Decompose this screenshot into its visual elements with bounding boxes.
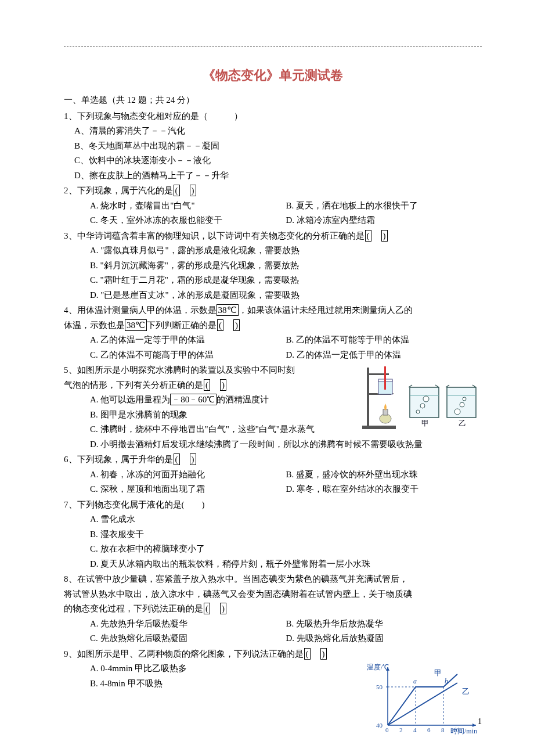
svg-text:8: 8 — [441, 726, 445, 733]
experiment-figure: 甲 乙 — [360, 363, 482, 431]
svg-text:4: 4 — [413, 726, 417, 733]
q4-d: D. 乙的体温一定低于甲的体温 — [286, 348, 482, 363]
q2-d: D. 冰箱冷冻室内壁结霜 — [286, 213, 482, 228]
question-4: 4、用体温计测量病人甲的体温，示数是38℃，如果该体温计未经甩过就用来测量病人乙… — [64, 303, 482, 362]
page-number: 1 — [478, 715, 482, 729]
q4-pre1: 4、用体温计测量病人甲的体温，示数是 — [64, 305, 217, 315]
question-3: 3、中华诗词蕴含着丰富的物理知识，以下诗词中有关物态变化的分析正确的是( ) A… — [64, 229, 482, 303]
q8-d: D. 先吸热熔化后放热凝固 — [286, 631, 482, 646]
header-dash — [64, 46, 482, 47]
bracket-left-icon: ( — [174, 453, 180, 465]
q5-a-pre: A. 他可以选用量程为 — [90, 395, 170, 404]
bracket-left-icon: ( — [204, 603, 210, 614]
q4-stem-line2: 体温，示数也是38℃下列判断正确的是( ) — [64, 318, 482, 333]
question-7: 7、下列物态变化属于液化的是( ) A. 雪化成水 B. 湿衣服变干 C. 放在… — [64, 498, 482, 572]
svg-rect-0 — [362, 426, 396, 429]
series-jia-label: 甲 — [434, 668, 442, 677]
q7-stem: 7、下列物态变化属于液化的是( ) — [64, 498, 482, 513]
question-2: 2、下列现象，属于汽化的是( ) A. 烧水时，壶嘴冒出"白气" B. 夏天，洒… — [64, 183, 482, 228]
point-b-label: b — [445, 677, 448, 685]
svg-rect-10 — [410, 387, 439, 417]
bracket-right-icon: ) — [233, 319, 240, 331]
svg-point-12 — [416, 410, 420, 413]
q3-d: D. "已是悬崖百丈冰"，冰的形成是凝固现象，需要吸热 — [90, 288, 482, 303]
q1-d: D、擦在皮肤上的酒精马上干了－－升华 — [64, 168, 482, 183]
question-5: 甲 乙 5、如图所示是小明探究水沸腾时的装置以及实验中不同时刻 气泡的情形，下列… — [64, 363, 482, 452]
apparatus-icon: 甲 乙 — [360, 363, 482, 431]
q1-a: A、清晨的雾消失了－－汽化 — [64, 124, 482, 139]
q6-b: B. 盛夏，盛冷饮的杯外壁出现水珠 — [286, 467, 482, 483]
bracket-right-icon: ) — [381, 230, 388, 242]
q2-a: A. 烧水时，壶嘴冒出"白气" — [90, 199, 286, 214]
q3-stem: 3、中华诗词蕴含着丰富的物理知识，以下诗词中有关物态变化的分析正确的是( ) — [64, 229, 482, 244]
svg-point-13 — [420, 404, 425, 408]
bracket-right-icon: ) — [220, 379, 226, 391]
section-1-label: 一、单选题（共 12 题；共 24 分） — [64, 93, 482, 108]
q5-stem2-text: 气泡的情形，下列有关分析正确的是 — [64, 380, 203, 390]
y-axis-label: 温度/℃ — [367, 663, 389, 671]
svg-text:2: 2 — [399, 726, 403, 733]
q9-stem-text: 9、如图所示是甲、乙两种物质的熔化图象，下列说法正确的是 — [64, 649, 304, 658]
svg-text:40: 40 — [376, 722, 383, 729]
line-chart-icon: 温度/℃ 时间/min 0 2 4 6 8 10 40 50 — [366, 661, 482, 737]
svg-text:50: 50 — [376, 683, 383, 690]
q7-c: C. 放在衣柜中的樟脑球变小了 — [90, 542, 482, 557]
q4-stem-line1: 4、用体温计测量病人甲的体温，示数是38℃，如果该体温计未经甩过就用来测量病人乙… — [64, 303, 482, 318]
question-8: 8、在试管中放少量碘，塞紧盖子放入热水中。当固态碘变为紫色的碘蒸气并充满试管后，… — [64, 572, 482, 646]
svg-point-18 — [460, 402, 464, 407]
point-a-label: a — [413, 677, 417, 685]
q2-stem-text: 2、下列现象，属于汽化的是 — [64, 186, 173, 195]
temp-box: 38℃ — [217, 304, 239, 316]
bracket-right-icon: ) — [220, 603, 226, 614]
q8-a: A. 先放热升华后吸热凝华 — [90, 617, 286, 632]
question-9: 9、如图所示是甲、乙两种物质的熔化图象，下列说法正确的是( ) 温度/℃ 时间/… — [64, 647, 482, 737]
fig-jia-label: 甲 — [421, 419, 429, 427]
svg-point-14 — [423, 396, 429, 402]
q6-a: A. 初春，冰冻的河面开始融化 — [90, 467, 286, 483]
q6-c: C. 深秋，屋顶和地面出现了霜 — [90, 482, 286, 497]
q8-b: B. 先吸热升华后放热凝华 — [286, 617, 482, 632]
bracket-right-icon: ) — [190, 453, 196, 465]
bracket-left-icon: ( — [204, 379, 210, 391]
q3-stem-text: 3、中华诗词蕴含着丰富的物理知识，以下诗词中有关物态变化的分析正确的是 — [64, 231, 365, 240]
bracket-left-icon: ( — [174, 185, 180, 196]
q8-stem-line2: 将试管从热水中取出，放入凉水中，碘蒸气又会变为固态碘附着在试管内壁上，关于物质碘 — [64, 587, 482, 602]
svg-point-19 — [463, 397, 466, 401]
q8-c: C. 先放热熔化后吸热凝固 — [90, 631, 286, 646]
fig-yi-label: 乙 — [459, 419, 466, 427]
range-box: ﹣80﹣60℃ — [170, 394, 217, 405]
q4-a: A. 乙的体温一定等于甲的体温 — [90, 333, 286, 348]
q1-c: C、饮料中的冰块逐渐变小－－液化 — [64, 153, 482, 168]
svg-rect-1 — [367, 368, 369, 426]
question-6: 6、下列现象，属于升华的是( ) A. 初春，冰冻的河面开始融化 B. 盛夏，盛… — [64, 452, 482, 497]
q7-d: D. 夏天从冰箱内取出的瓶装饮料，稍停片刻，瓶子外壁常附着一层小水珠 — [90, 557, 482, 572]
q8-stem-line3: 的物态变化过程，下列说法正确的是( ) — [64, 602, 482, 617]
page-title: 《物态变化》单元测试卷 — [64, 64, 482, 86]
q4-b: B. 乙的体温不可能等于甲的体温 — [286, 333, 482, 348]
question-1: 1、下列现象与物态变化相对应的是（ ） A、清晨的雾消失了－－汽化 B、冬天地面… — [64, 109, 482, 183]
q3-c: C. "霜叶红于二月花"，霜的形成是凝华现象，需要吸热 — [90, 273, 482, 288]
bracket-right-icon: ) — [320, 648, 327, 660]
q8-stem-line1: 8、在试管中放少量碘，塞紧盖子放入热水中。当固态碘变为紫色的碘蒸气并充满试管后， — [64, 572, 482, 587]
q9-stem: 9、如图所示是甲、乙两种物质的熔化图象，下列说法正确的是( ) — [64, 647, 482, 662]
q2-b: B. 夏天，洒在地板上的水很快干了 — [286, 199, 482, 214]
q2-c: C. 冬天，室外冰冻的衣服也能变干 — [90, 213, 286, 228]
series-yi-label: 乙 — [462, 687, 470, 696]
svg-point-17 — [454, 409, 460, 415]
melting-chart: 温度/℃ 时间/min 0 2 4 6 8 10 40 50 — [366, 661, 482, 737]
svg-text:10: 10 — [453, 726, 460, 733]
q1-stem: 1、下列现象与物态变化相对应的是（ ） — [64, 109, 482, 124]
q5-a-post: 的酒精温度计 — [217, 395, 269, 404]
q3-b: B. "斜月沉沉藏海雾"，雾的形成是汽化现象，需要放热 — [90, 258, 482, 273]
q8-stem3-text: 的物态变化过程，下列说法正确的是 — [64, 604, 203, 613]
q4-pre2: 体温，示数也是 — [64, 321, 125, 330]
q6-d: D. 寒冬，晾在室外结冰的衣服变干 — [286, 482, 482, 497]
q6-stem-text: 6、下列现象，属于升华的是 — [64, 455, 173, 464]
q4-mid1: ，如果该体温计未经甩过就用来测量病人乙的 — [239, 305, 413, 315]
bracket-left-icon: ( — [365, 230, 371, 242]
q5-d: D. 小明撤去酒精灯后发现水继续沸腾了一段时间，所以水的沸腾有时候不需要吸收热量 — [90, 437, 482, 452]
svg-text:6: 6 — [427, 726, 431, 733]
q6-stem: 6、下列现象，属于升华的是( ) — [64, 452, 482, 467]
bracket-right-icon: ) — [190, 185, 196, 196]
q4-c: C. 乙的体温不可能高于甲的体温 — [90, 348, 286, 363]
